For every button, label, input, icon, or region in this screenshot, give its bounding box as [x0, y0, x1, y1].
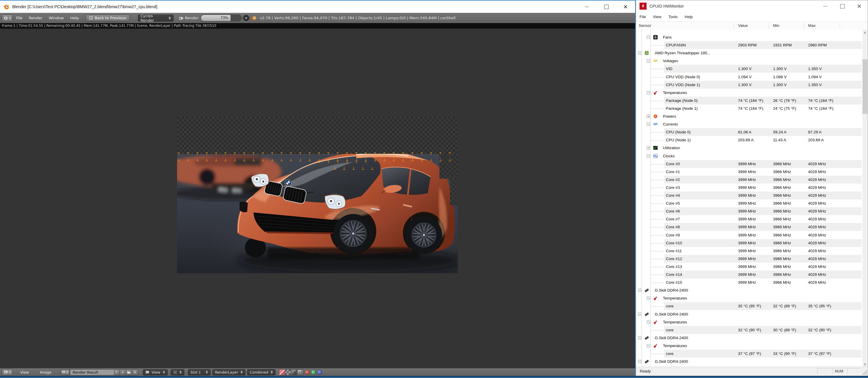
sensor-row[interactable]: core32 °C (90 °F)30 °C (86 °F)32 °C (90 … [636, 326, 863, 334]
collapse-icon[interactable]: − [647, 154, 650, 158]
column-max[interactable]: Max [808, 22, 816, 30]
sensor-row[interactable]: CPU VDD (Node 1)1.300 V1.300 V1.350 V [636, 81, 863, 89]
green-channel-button[interactable] [311, 370, 316, 375]
sensor-group-row[interactable]: −Currents [636, 120, 863, 128]
sensor-row[interactable]: Core #43999 MHz3966 MHz4029 MHz [636, 192, 863, 199]
sensor-row[interactable]: core37 °C (97 °F)33 °C (90 °F)37 °C (97 … [636, 350, 863, 357]
footer-menu-view[interactable]: View [17, 370, 32, 375]
blue-channel-button[interactable] [317, 370, 322, 375]
sensor-row[interactable]: CPUFANIN2903 RPM1931 RPM2960 RPM [636, 41, 863, 49]
sensor-row[interactable]: Core #93999 MHz3966 MHz4029 MHz [636, 231, 863, 239]
render-layer-dropdown[interactable]: RenderLayer [212, 369, 245, 375]
collapse-icon[interactable]: − [638, 360, 641, 363]
render-engine-select[interactable]: Cycles Render [138, 14, 174, 22]
collapse-icon[interactable]: − [647, 59, 650, 63]
hw-menu-view[interactable]: View [649, 14, 665, 19]
sensor-group-row[interactable]: −G.Skill DDR4-2400 [636, 334, 863, 342]
collapse-icon[interactable]: − [638, 336, 641, 340]
color-alpha-toggle[interactable] [279, 369, 285, 375]
red-channel-button[interactable] [305, 370, 310, 375]
sensor-row[interactable]: Package (Node 1)74 °C (164 °F)24 °C (75 … [636, 104, 863, 112]
sensor-row[interactable]: CPU (Node 1)203.69 A11.43 A203.69 A [636, 136, 863, 144]
sensor-row[interactable]: Core #103999 MHz3966 MHz4029 MHz [636, 239, 863, 247]
column-value[interactable]: Value [738, 22, 748, 30]
sensor-group-row[interactable]: −Temperatures [636, 89, 863, 97]
sensor-row[interactable]: Core #23999 MHz3966 MHz4029 MHz [636, 176, 863, 183]
column-min[interactable]: Min [773, 22, 779, 30]
collapse-icon[interactable]: − [647, 320, 650, 324]
sensor-row[interactable]: Core #63999 MHz3966 MHz4029 MHz [636, 207, 863, 215]
sensor-group-row[interactable]: −Fans [636, 33, 863, 41]
collapse-icon[interactable]: − [638, 51, 641, 55]
blender-close-button[interactable]: ✕ [616, 1, 635, 13]
scrollbar-thumb[interactable] [863, 59, 867, 114]
blender-maximize-button[interactable] [597, 1, 616, 13]
hw-menu-help[interactable]: Help [681, 14, 696, 19]
menu-file[interactable]: File [13, 16, 26, 20]
sensor-row[interactable]: Core #53999 MHz3966 MHz4029 MHz [636, 199, 863, 207]
sensor-row[interactable]: Core #33999 MHz3966 MHz4029 MHz [636, 183, 863, 192]
sensor-row[interactable]: CPU VDD (Node 0)1.094 V1.088 V1.094 V [636, 73, 863, 81]
sensor-group-row[interactable]: +Utilization [636, 144, 863, 152]
scroll-down-icon[interactable]: ∨ [863, 362, 867, 366]
sensor-group-row[interactable]: +Powers [636, 112, 863, 120]
sensor-row[interactable]: Core #113999 MHz3966 MHz4029 MHz [636, 247, 863, 255]
sensor-row[interactable]: Core #143999 MHz3966 MHz4029 MHz [636, 271, 863, 278]
image-name-field[interactable]: Render Result [70, 369, 114, 375]
sensor-group-row[interactable]: −G.Skill DDR4-2400 [636, 310, 863, 318]
hw-menu-tools[interactable]: Tools [665, 14, 681, 19]
collapse-icon[interactable]: − [647, 36, 650, 39]
sensor-row[interactable]: core35 °C (95 °F)32 °C (89 °F)35 °C (95 … [636, 302, 863, 310]
image-browse-button[interactable] [60, 369, 70, 375]
expand-icon[interactable]: + [647, 146, 650, 149]
sensor-scrollbar[interactable]: ∧ ∨ [863, 30, 867, 367]
unlink-image-button[interactable]: X [132, 369, 138, 375]
sensor-row[interactable]: Core #73999 MHz3966 MHz4029 MHz [636, 215, 863, 223]
sensor-row[interactable]: Core #133999 MHz3966 MHz4029 MHz [636, 263, 863, 271]
collapse-icon[interactable]: − [647, 123, 650, 126]
back-to-previous-button[interactable]: Back to Previous [86, 14, 130, 22]
slot-dropdown[interactable]: Slot 1 [188, 369, 211, 375]
render-pass-dropdown[interactable]: Combined [247, 369, 276, 375]
sensor-row[interactable]: CPU (Node 0)81.06 A59.24 A87.29 A [636, 128, 863, 136]
image-editor-viewport[interactable]: ┬┬┬┬┬┬┬┬┬┬┬┬┬┬┬┬┬┬┬┬┬┬┬┬┬┬┬┬┬┬┴┴┴┴┴┴┴┴┴┴… [0, 29, 635, 368]
hwmonitor-maximize-button[interactable] [834, 0, 851, 12]
sensor-row[interactable]: VID1.300 V1.300 V1.350 V [636, 65, 863, 73]
open-image-button[interactable] [126, 369, 132, 375]
sensor-group-row[interactable]: −G.Skill DDR4-2400 [636, 357, 863, 366]
sensor-row[interactable]: Core #03999 MHz3966 MHz4029 MHz [636, 160, 863, 168]
view-mode-dropdown[interactable]: View [143, 369, 168, 375]
sensor-group-row[interactable]: −Voltages [636, 57, 863, 65]
sensor-row[interactable]: Core #13999 MHz3966 MHz4029 MHz [636, 168, 863, 176]
resize-grip[interactable] [862, 370, 867, 375]
menu-help[interactable]: Help [67, 16, 82, 20]
editor-type-button-image[interactable] [2, 369, 13, 376]
sensor-group-row[interactable]: −Temperatures [636, 318, 863, 326]
cancel-render-button[interactable]: ✕ [243, 15, 249, 21]
scroll-up-icon[interactable]: ∧ [863, 31, 867, 34]
hwmonitor-close-button[interactable]: ✕ [851, 0, 868, 12]
expand-icon[interactable]: + [647, 115, 650, 118]
collapse-icon[interactable]: − [647, 91, 650, 94]
editor-type-button[interactable] [2, 14, 13, 22]
sensor-row[interactable]: Core #83999 MHz3966 MHz4029 MHz [636, 223, 863, 231]
pivot-widget[interactable] [170, 369, 184, 375]
footer-menu-image[interactable]: Image [37, 370, 55, 375]
sensor-row[interactable]: Package (Node 0)74 °C (164 °F)26 °C (78 … [636, 97, 863, 104]
collapse-icon[interactable]: − [638, 289, 641, 292]
sensor-row[interactable]: Core #153999 MHz3966 MHz4029 MHz [636, 278, 863, 286]
menu-render[interactable]: Render [26, 16, 45, 20]
sensor-group-row[interactable]: −AMD Ryzen Threadripper 195... [636, 49, 863, 57]
collapse-icon[interactable]: − [647, 297, 650, 300]
z-buffer-toggle[interactable] [291, 369, 298, 375]
copy-image-toggle[interactable] [298, 369, 304, 375]
sensor-group-row[interactable]: −Temperatures [636, 342, 863, 350]
new-image-button[interactable]: + [120, 369, 126, 375]
hw-menu-file[interactable]: File [636, 14, 649, 19]
column-sensor[interactable]: Sensor [639, 22, 651, 30]
sensor-group-row[interactable]: −Temperatures [636, 294, 863, 302]
alpha-toggle[interactable] [285, 369, 291, 375]
collapse-icon[interactable]: − [638, 313, 641, 316]
blender-minimize-button[interactable] [577, 1, 597, 13]
collapse-icon[interactable]: − [647, 344, 650, 347]
